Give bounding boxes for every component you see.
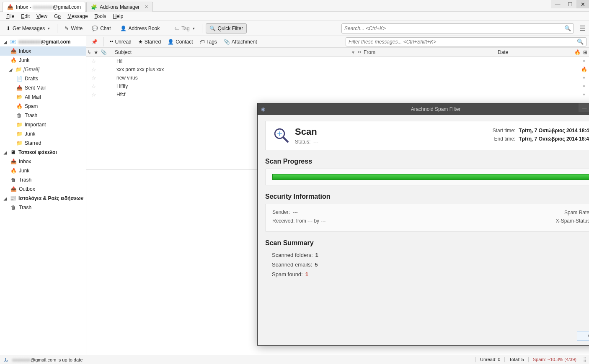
win-max-button[interactable]: ☐ <box>564 0 576 8</box>
sidebar-item-junk[interactable]: 🔥Junk <box>0 56 86 65</box>
tab-label: Inbox - xxxxxxxx@gmail.com <box>16 4 81 10</box>
col-star-icon[interactable]: ★ <box>92 49 100 55</box>
sidebar-item-gmail[interactable]: ◢📁[Gmail] <box>0 65 86 74</box>
search-icon[interactable]: 🔍 <box>564 25 571 31</box>
account-feeds[interactable]: ◢📰Ιστολόγια & Ροές ειδήσεων <box>0 194 86 203</box>
sort-indicator-icon[interactable]: ▾ <box>352 49 358 55</box>
menu-tools[interactable]: Tools <box>92 13 109 20</box>
menu-file[interactable]: File <box>3 13 17 20</box>
col-from[interactable]: From <box>364 49 498 55</box>
search-box[interactable]: 🔍 <box>341 23 574 33</box>
win-close-button[interactable]: ✕ <box>576 0 589 8</box>
col-date[interactable]: Date <box>498 49 573 55</box>
window-controls: — ☐ ✕ <box>551 0 589 8</box>
separator <box>57 24 57 33</box>
menu-edit[interactable]: Edit <box>18 13 33 20</box>
menu-view[interactable]: View <box>34 13 50 20</box>
main-area: ◢📧xxxxxxxx@gmail.com 📥Inbox 🔥Junk ◢📁[Gma… <box>0 36 589 355</box>
dialog-titlebar[interactable]: ◉ Arachnoid Spam Filter — ☐ ✕ <box>258 103 589 115</box>
col-subject[interactable]: Subject <box>107 49 352 55</box>
account-row[interactable]: ◢📧xxxxxxxx@gmail.com <box>0 37 86 46</box>
message-row[interactable]: ☆xxx porn xxx plus xxx🔥 <box>86 65 589 74</box>
progress-panel <box>265 169 589 185</box>
menu-message[interactable]: Message <box>65 13 91 20</box>
col-thread-icon[interactable]: ↳ <box>86 49 92 55</box>
message-row[interactable]: ☆Hffffy• <box>86 82 589 90</box>
sidebar-item-trash[interactable]: 🗑Trash <box>0 111 86 120</box>
col-picker-icon[interactable]: ⊞ <box>581 49 589 55</box>
security-info-title: Security Information <box>265 193 589 200</box>
message-subject: new virus <box>101 75 579 81</box>
tag-button[interactable]: 🏷 Tag ▾ <box>170 23 198 33</box>
star-icon[interactable]: ☆ <box>86 83 101 90</box>
tab-close-icon[interactable]: ✕ <box>145 4 148 10</box>
sidebar-item-starred[interactable]: 📁Starred <box>0 138 86 148</box>
sidebar-item-important[interactable]: 📁Important <box>0 120 86 129</box>
separator <box>202 24 202 33</box>
filter-unread[interactable]: ••Unread <box>107 38 134 46</box>
security-panel: Sender: --- Spam Rate: --- Received: fro… <box>265 204 589 232</box>
search-icon[interactable]: 🔍 <box>577 38 584 45</box>
win-min-button[interactable]: — <box>551 0 564 8</box>
star-icon[interactable]: ☆ <box>86 92 101 98</box>
app-menu-button[interactable]: ☰ <box>578 24 586 32</box>
filter-attachment[interactable]: 📎Attachment <box>221 38 260 46</box>
message-row[interactable]: ☆new virus• <box>86 74 589 82</box>
sidebar-item-inbox2[interactable]: 📥Inbox <box>0 157 86 166</box>
menu-go[interactable]: Go <box>51 13 64 20</box>
sidebar-item-outbox[interactable]: 📤Outbox <box>0 185 86 194</box>
dialog-min-button[interactable]: — <box>579 103 589 112</box>
col-junk-icon[interactable]: 🔥 <box>573 49 581 55</box>
filter-starred[interactable]: ★Starred <box>136 38 163 46</box>
filter-contact[interactable]: 👤Contact <box>165 38 195 46</box>
chat-icon: 💬 <box>92 26 98 31</box>
write-button[interactable]: ✎ Write <box>61 23 86 33</box>
col-read-icon[interactable]: •• <box>358 49 364 55</box>
filter-input[interactable] <box>349 39 577 45</box>
sidebar-item-trash3[interactable]: 🗑Trash <box>0 203 86 212</box>
sidebar-item-drafts[interactable]: 📄Drafts <box>0 74 86 83</box>
sidebar-item-sent[interactable]: 📤Sent Mail <box>0 83 86 92</box>
col-attach-icon[interactable]: 📎 <box>100 49 107 55</box>
message-row[interactable]: ☆Hfcf• <box>86 90 589 99</box>
scan-header-panel: Scan Status: --- Start time:Τρίτη, 7 Οκτ… <box>265 121 589 150</box>
filter-tags[interactable]: 🏷Tags <box>197 38 219 46</box>
connection-icon[interactable]: 🖧 <box>3 357 8 362</box>
account-local[interactable]: ◢🖥Τοπικοί φάκελοι <box>0 148 86 157</box>
progress-bar <box>272 174 589 180</box>
chat-button[interactable]: 💬 Chat <box>88 23 114 33</box>
search-input[interactable] <box>344 26 564 31</box>
pencil-icon: ✎ <box>65 26 69 31</box>
tag-icon: 🏷 <box>174 26 179 31</box>
status-label: Status: <box>295 139 310 145</box>
get-messages-button[interactable]: ⬇ Get Messages ▾ <box>3 23 54 33</box>
status-total: Total: 5 <box>504 357 528 362</box>
tab-inbox[interactable]: 📥 Inbox - xxxxxxxx@gmail.com <box>3 2 85 12</box>
chevron-down-icon[interactable]: ▾ <box>48 26 50 31</box>
chevron-down-icon[interactable]: ▾ <box>193 26 195 31</box>
app-icon: ◉ <box>261 106 265 112</box>
filter-messages-box[interactable]: 🔍 <box>346 37 586 46</box>
star-icon[interactable]: ☆ <box>86 58 101 64</box>
sidebar-item-junk3[interactable]: 🔥Junk <box>0 166 86 175</box>
spam-rate-label: Spam Rate: <box>564 210 589 215</box>
pin-filter-button[interactable]: 📌 <box>89 38 100 46</box>
scanned-emails-value: 5 <box>315 261 318 268</box>
message-row[interactable]: ☆Hi!• <box>86 57 589 65</box>
person-icon: 👤 <box>120 26 127 31</box>
sidebar-item-inbox[interactable]: 📥Inbox <box>0 46 86 56</box>
status-value: --- <box>313 139 318 145</box>
sidebar-item-allmail[interactable]: 📂All Mail <box>0 92 86 102</box>
quick-filter-button[interactable]: 🔍 Quick Filter <box>206 23 247 33</box>
resize-grip-icon[interactable]: ⣿ <box>581 357 586 362</box>
sidebar-item-junk2[interactable]: 📁Junk <box>0 129 86 138</box>
message-subject: Hffffy <box>101 83 579 89</box>
sidebar-item-trash2[interactable]: 🗑Trash <box>0 175 86 185</box>
star-icon[interactable]: ☆ <box>86 75 101 81</box>
menu-help[interactable]: Help <box>110 13 127 20</box>
star-icon[interactable]: ☆ <box>86 67 101 73</box>
sidebar-item-spam[interactable]: 🔥Spam <box>0 102 86 111</box>
ok-button[interactable]: OK <box>577 331 589 341</box>
tab-addons[interactable]: 🧩 Add-ons Manager ✕ <box>86 2 153 12</box>
address-book-button[interactable]: 👤 Address Book <box>116 23 164 33</box>
